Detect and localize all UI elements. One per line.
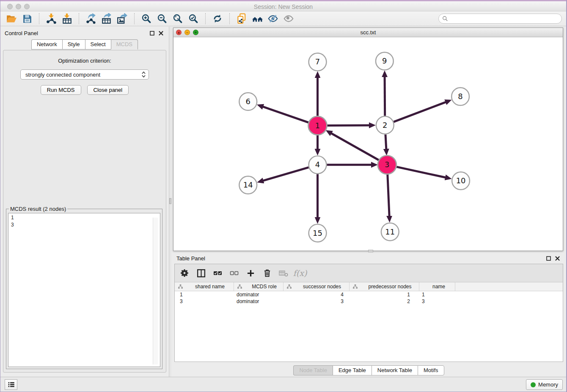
tab-edge-table[interactable]: Edge Table (333, 365, 372, 375)
float-table-panel-icon[interactable] (546, 256, 551, 261)
status-bar: Memory (0, 377, 566, 392)
graph-node-9[interactable]: 9 (376, 52, 394, 70)
column-header-successor-nodes[interactable]: successor nodes (284, 282, 350, 291)
import-network-icon[interactable] (44, 12, 58, 25)
graph-node-6[interactable]: 6 (239, 93, 257, 110)
column-header-shared-name[interactable]: shared name (175, 282, 234, 291)
export-image-icon[interactable] (116, 12, 129, 25)
save-session-icon[interactable] (20, 12, 34, 25)
graph-node-7[interactable]: 7 (309, 53, 327, 71)
first-neighbors-icon[interactable] (235, 12, 248, 25)
zoom-fit-icon[interactable] (171, 12, 184, 25)
svg-text:4: 4 (315, 160, 320, 169)
tab-network[interactable]: Network (31, 39, 62, 50)
search-input[interactable] (450, 16, 558, 22)
table-cell[interactable]: 1 (419, 291, 455, 298)
delete-table-icon[interactable] (278, 268, 289, 279)
close-panel-icon[interactable] (158, 30, 164, 36)
zoom-in-icon[interactable] (140, 12, 153, 25)
graph-node-2[interactable]: 2 (376, 116, 394, 134)
graph-edge-4-14[interactable] (263, 167, 309, 180)
table-header-row: shared nameMCDS rolesuccessor nodesprede… (175, 282, 563, 291)
graph-node-4[interactable]: 4 (309, 156, 327, 174)
optimization-criterion-select[interactable]: strongly connected component (20, 69, 149, 80)
table-row[interactable]: 1dominator411 (175, 291, 563, 298)
table-cell[interactable]: dominator (234, 298, 284, 305)
table-settings-icon[interactable] (179, 268, 190, 279)
graph-edge-2-9[interactable] (385, 77, 385, 116)
table-cell[interactable]: dominator (234, 291, 284, 298)
network-canvas[interactable]: 7968124314101511 (173, 37, 563, 251)
network-view-window: x – + scc.txt 7968124314101511 (173, 28, 563, 251)
hierarchy-icon (178, 284, 183, 289)
close-table-panel-icon[interactable] (555, 256, 560, 261)
column-header-name[interactable]: name (419, 282, 455, 291)
select-all-icon[interactable] (212, 268, 223, 279)
graph-edge-1-2[interactable] (327, 125, 369, 126)
result-scrollbar[interactable] (153, 218, 158, 364)
toolbar-separator (205, 13, 206, 24)
open-session-icon[interactable] (5, 12, 18, 25)
deselect-all-icon[interactable] (228, 268, 239, 279)
zoom-selected-icon[interactable] (187, 12, 200, 25)
graph-edge-3-1[interactable] (331, 133, 379, 160)
mcds-result-group: MCDS result (2 nodes) 1 3 (6, 209, 162, 369)
column-header-predecessor-nodes[interactable]: predecessor nodes (350, 282, 419, 291)
mcds-result-text[interactable]: 1 3 (8, 213, 160, 367)
close-panel-button[interactable]: Close panel (87, 85, 129, 95)
tab-motifs[interactable]: Motifs (418, 365, 444, 375)
run-mcds-button[interactable]: Run MCDS (41, 85, 81, 95)
column-label: MCDS role (245, 284, 283, 290)
export-network-icon[interactable] (84, 12, 98, 25)
tab-mcds[interactable]: MCDS (111, 39, 138, 50)
hierarchy-icon (237, 284, 242, 289)
column-header-MCDS-role[interactable]: MCDS role (234, 282, 284, 291)
import-table-icon[interactable] (60, 12, 74, 25)
search-box[interactable] (438, 14, 562, 24)
network-graph[interactable]: 7968124314101511 (173, 37, 563, 251)
tab-node-table[interactable]: Node Table (293, 365, 333, 375)
graph-node-14[interactable]: 14 (239, 176, 257, 194)
home-icon[interactable] (250, 12, 264, 25)
graph-node-10[interactable]: 10 (452, 172, 470, 190)
table-row[interactable]: 3dominator323 (175, 298, 563, 305)
split-panel-icon[interactable] (195, 268, 206, 279)
apply-layout-icon[interactable] (211, 12, 224, 25)
tab-network-table[interactable]: Network Table (372, 365, 418, 375)
graph-edge-2-8[interactable] (394, 102, 446, 122)
task-history-button[interactable] (5, 379, 17, 390)
graph-node-15[interactable]: 15 (309, 224, 327, 242)
table-panel: Table Panel (171, 251, 566, 377)
network-window-titlebar[interactable]: x – + scc.txt (173, 28, 563, 37)
toolbar-separator (229, 13, 230, 24)
table-cell[interactable]: 3 (284, 298, 350, 305)
table-cell[interactable]: 3 (419, 298, 455, 305)
chevron-up-down-icon (142, 71, 146, 78)
hide-graphics-details-icon[interactable] (266, 12, 280, 25)
export-table-icon[interactable] (100, 12, 113, 25)
graph-node-3[interactable]: 3 (378, 155, 396, 174)
table-cell[interactable]: 3 (175, 298, 234, 305)
graph-node-11[interactable]: 11 (381, 223, 399, 241)
table-cell[interactable]: 1 (350, 291, 419, 298)
graph-node-1[interactable]: 1 (308, 116, 327, 135)
delete-column-icon[interactable] (261, 268, 272, 279)
tab-select[interactable]: Select (85, 39, 111, 50)
memory-button[interactable]: Memory (526, 379, 563, 390)
float-panel-icon[interactable] (149, 30, 155, 36)
control-panel-tabs: Network Style Select MCDS (0, 39, 169, 50)
zoom-out-icon[interactable] (155, 12, 169, 25)
table-cell[interactable]: 2 (350, 298, 419, 305)
add-column-icon[interactable] (245, 268, 256, 279)
function-builder-icon[interactable]: f(x) (295, 268, 306, 279)
graph-edge-1-6[interactable] (263, 107, 309, 123)
fx-label: f(x) (293, 268, 307, 278)
table-cell[interactable]: 1 (175, 291, 234, 298)
table-cell[interactable]: 4 (284, 291, 350, 298)
graph-edge-3-10[interactable] (396, 167, 446, 177)
graph-edge-2-3[interactable] (385, 135, 386, 149)
graph-node-8[interactable]: 8 (451, 88, 469, 105)
graph-edge-3-11[interactable] (388, 174, 389, 216)
tab-style[interactable]: Style (62, 39, 85, 50)
show-graphics-details-icon[interactable] (282, 12, 295, 25)
